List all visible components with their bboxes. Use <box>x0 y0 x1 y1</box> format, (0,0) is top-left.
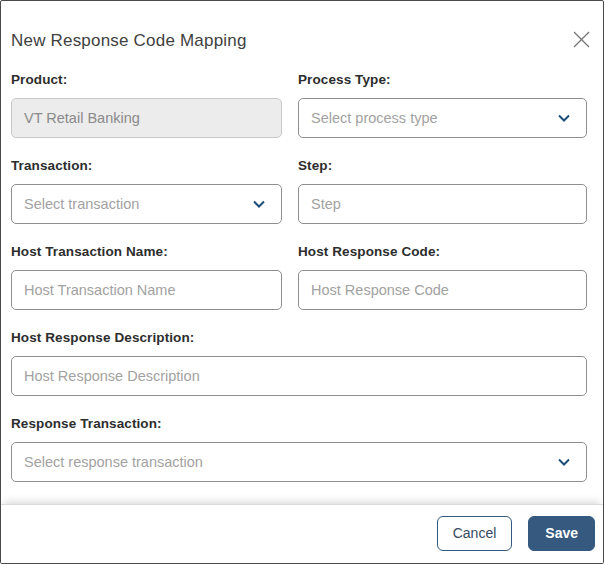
transaction-label: Transaction: <box>11 157 282 174</box>
dialog-form: Product: Process Type: Select process ty… <box>1 71 603 504</box>
form-row-3: Host Transaction Name: Host Response Cod… <box>11 243 587 310</box>
host-transaction-name-label: Host Transaction Name: <box>11 243 282 260</box>
host-transaction-name-field-group: Host Transaction Name: <box>11 243 282 310</box>
transaction-select[interactable]: Select transaction <box>11 184 282 224</box>
new-response-code-mapping-dialog: New Response Code Mapping Product: Proce… <box>0 0 604 564</box>
step-label: Step: <box>298 157 587 174</box>
host-response-code-field-group: Host Response Code: <box>298 243 587 310</box>
chevron-down-icon <box>558 114 570 122</box>
cancel-button[interactable]: Cancel <box>437 516 513 551</box>
response-transaction-placeholder: Select response transaction <box>24 454 203 470</box>
close-icon <box>572 37 591 52</box>
response-transaction-label: Response Transaction: <box>11 415 587 432</box>
form-row-1: Product: Process Type: Select process ty… <box>11 71 587 138</box>
product-field <box>11 98 282 138</box>
dialog-title: New Response Code Mapping <box>11 29 247 53</box>
chevron-down-icon <box>253 200 265 208</box>
response-transaction-select[interactable]: Select response transaction <box>11 442 587 482</box>
host-response-code-label: Host Response Code: <box>298 243 587 260</box>
step-field[interactable] <box>298 184 587 224</box>
dialog-footer: Cancel Save <box>1 504 603 563</box>
product-field-group: Product: <box>11 71 282 138</box>
save-button[interactable]: Save <box>528 516 595 551</box>
host-response-description-label: Host Response Description: <box>11 329 587 346</box>
close-button[interactable] <box>572 30 591 49</box>
host-response-code-field[interactable] <box>298 270 587 310</box>
form-row-5: Response Transaction: Select response tr… <box>11 415 587 482</box>
host-transaction-name-field[interactable] <box>11 270 282 310</box>
process-type-label: Process Type: <box>298 71 587 88</box>
process-type-placeholder: Select process type <box>311 110 438 126</box>
step-field-group: Step: <box>298 157 587 224</box>
form-row-2: Transaction: Select transaction Step: <box>11 157 587 224</box>
process-type-select[interactable]: Select process type <box>298 98 587 138</box>
chevron-down-icon <box>558 458 570 466</box>
dialog-header: New Response Code Mapping <box>1 1 603 53</box>
host-response-description-field[interactable] <box>11 356 587 396</box>
process-type-field-group: Process Type: Select process type <box>298 71 587 138</box>
form-row-4: Host Response Description: <box>11 329 587 396</box>
transaction-placeholder: Select transaction <box>24 196 139 212</box>
transaction-field-group: Transaction: Select transaction <box>11 157 282 224</box>
product-label: Product: <box>11 71 282 88</box>
